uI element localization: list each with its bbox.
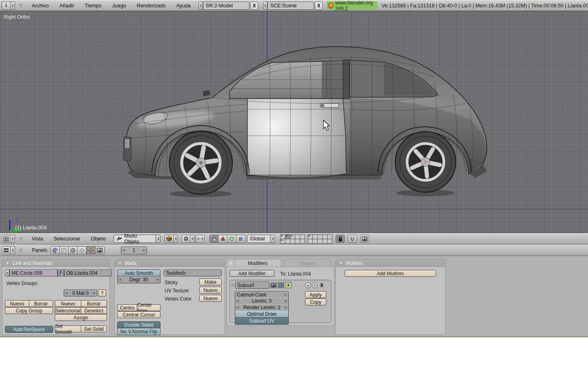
set-solid-button[interactable]: Set Solid (81, 325, 107, 332)
auto-smooth-toggle[interactable]: Auto Smooth (117, 269, 160, 276)
link-materials-header[interactable]: ▼ Link and Materials (2, 259, 109, 267)
collapse-icon[interactable]: ▼ (118, 261, 122, 265)
layer-10[interactable] (327, 235, 332, 239)
pivot-dropdown[interactable]: Ω (181, 235, 190, 243)
page-right-icon[interactable]: ▶ (143, 249, 145, 252)
object-name-field[interactable]: OB:Llanta.004 (64, 269, 111, 276)
layer-2[interactable] (285, 235, 290, 239)
editor-type-stepper[interactable]: ⇕ (11, 2, 15, 10)
layer-15[interactable] (300, 239, 305, 243)
draw-type-stepper[interactable]: ⇕ (174, 235, 178, 243)
layer-3[interactable] (290, 235, 295, 239)
mode-stepper[interactable]: ⇕ (156, 235, 160, 243)
menu-anadir[interactable]: Añadir (59, 3, 74, 9)
material-delete-button[interactable]: Borrar (81, 300, 107, 307)
layer-4[interactable] (295, 235, 300, 239)
window-pulldown-icon[interactable]: ▽ (19, 3, 22, 8)
mesh-name-field[interactable]: ME:Circle.009 (9, 269, 58, 276)
collapse-icon[interactable]: ▼ (6, 261, 9, 265)
editor-type-3dview-button[interactable] (2, 235, 11, 243)
add-multires-button[interactable]: Add Multires (345, 270, 436, 277)
vgroup-delete-button[interactable]: Borrar (29, 300, 53, 307)
layer-16[interactable] (308, 239, 312, 243)
mesh-browse-stepper[interactable]: ⇕ (5, 269, 9, 276)
subdivision-type-dropdown[interactable]: Catmull-Clark⇕ (235, 291, 289, 298)
layer-8[interactable] (318, 235, 322, 239)
modifier-move-up-button[interactable]: ▲ (305, 283, 311, 288)
autotexspace-toggle[interactable]: AutoTexSpace (5, 326, 53, 333)
texmesh-field[interactable]: TexMesh: (164, 269, 222, 276)
layer-buttons-group2[interactable] (307, 234, 332, 244)
centre-cursor-button[interactable]: Centrar Cursor (117, 311, 160, 318)
levels-stepper[interactable]: ◀Levels: 3▶ (235, 298, 289, 305)
material-new-button[interactable]: Nuevo (55, 300, 81, 307)
centre-new-button[interactable]: Center New (137, 304, 160, 311)
logic-context-button[interactable] (51, 246, 60, 254)
layer-7[interactable] (313, 235, 317, 239)
copy-button[interactable]: Copy (305, 298, 326, 305)
scale-manipulator-button[interactable] (236, 235, 245, 243)
multires-header[interactable]: ▼ Multires (336, 259, 445, 267)
modifier-name-field[interactable]: Subsurf (235, 282, 270, 289)
screen-browse-stepper[interactable]: ⇕ (198, 2, 203, 10)
layer-20[interactable] (327, 239, 332, 243)
optimal-draw-toggle[interactable]: Optimal Draw (235, 311, 289, 318)
snap-button[interactable] (348, 235, 357, 243)
layer-5[interactable] (300, 235, 305, 239)
menu-seleccionar[interactable]: Seleccionar (53, 236, 80, 242)
view3d-pulldown-icon[interactable]: ▽ (19, 237, 22, 241)
object-context-button[interactable] (78, 246, 87, 254)
layer-14[interactable] (295, 239, 300, 243)
tab-modifiers[interactable]: Modifiers (234, 259, 281, 267)
menu-vista[interactable]: Vista (32, 236, 43, 242)
buttons-pulldown-icon[interactable]: ▽ (19, 248, 22, 253)
render-levels-stepper[interactable]: ◀Render Levels: 2▶ (235, 304, 289, 311)
menu-tiempo[interactable]: Tiempo (85, 3, 102, 9)
vertex-color-new-button[interactable]: Nuevo (199, 295, 222, 302)
collapse-icon[interactable]: ▼ (339, 261, 343, 265)
shading-context-button[interactable] (69, 246, 78, 254)
copy-group-button[interactable]: Copy Group (5, 307, 53, 314)
apply-button[interactable]: Apply (305, 291, 326, 298)
menu-objeto[interactable]: Objeto (91, 236, 106, 242)
lock-layers-button[interactable] (336, 235, 345, 243)
menu-ayuda[interactable]: Ayuda (176, 3, 191, 9)
mode-dropdown[interactable]: Modo Objeto (114, 235, 156, 243)
pivot-stepper[interactable]: ⇕ (190, 235, 195, 243)
draw-type-dropdown[interactable] (165, 235, 174, 243)
scene-browse-stepper[interactable]: ⇕ (263, 2, 267, 10)
layer-13[interactable] (290, 239, 295, 243)
modifier-render-toggle[interactable] (270, 282, 277, 288)
orientation-dropdown[interactable]: Global (247, 235, 271, 243)
menu-juego[interactable]: Juego (112, 3, 126, 9)
editing-context-button[interactable] (87, 246, 96, 254)
menu-renderizado[interactable]: Renderizado (137, 3, 166, 9)
editor-type-stepper-buttons[interactable]: ⇕ (11, 246, 15, 254)
add-modifier-button[interactable]: Add Modifier (229, 270, 274, 277)
modifier-move-down-button[interactable]: ▼ (312, 283, 318, 288)
layer-18[interactable] (318, 239, 322, 243)
editor-type-stepper-3d[interactable]: ⇕ (11, 235, 15, 243)
page-left-icon[interactable]: ◀ (122, 249, 125, 252)
no-vnormal-flip-toggle[interactable]: No V.Normal Flip (117, 328, 160, 335)
editor-type-buttons-button[interactable] (2, 246, 11, 254)
scene-context-button[interactable] (96, 246, 105, 254)
modifier-realtime-toggle[interactable] (278, 282, 284, 288)
manipulator-center-button[interactable] (196, 235, 205, 243)
layer-17[interactable] (313, 239, 317, 243)
assign-button[interactable]: Assign (55, 314, 107, 321)
screen-name-field[interactable]: SR:2-Model (203, 2, 249, 10)
modifier-editmode-toggle[interactable] (285, 282, 292, 288)
layer-1[interactable] (281, 235, 285, 239)
translate-manipulator-button[interactable] (218, 235, 227, 243)
material-help-button[interactable]: ? (98, 289, 106, 296)
menu-archivo[interactable]: Archivo (32, 3, 49, 9)
set-smooth-button[interactable]: Set Smooth (55, 325, 81, 332)
scene-delete-button[interactable]: X (315, 2, 323, 10)
deselect-button[interactable]: Deselect (81, 307, 107, 314)
manipulator-toggle-button[interactable] (209, 235, 218, 243)
modifiers-collapse-tab[interactable]: ▼ (227, 259, 234, 267)
rotate-manipulator-button[interactable] (227, 235, 236, 243)
malla-header[interactable]: ▼ Malla (115, 259, 225, 267)
car-mesh-model[interactable] (0, 11, 588, 233)
